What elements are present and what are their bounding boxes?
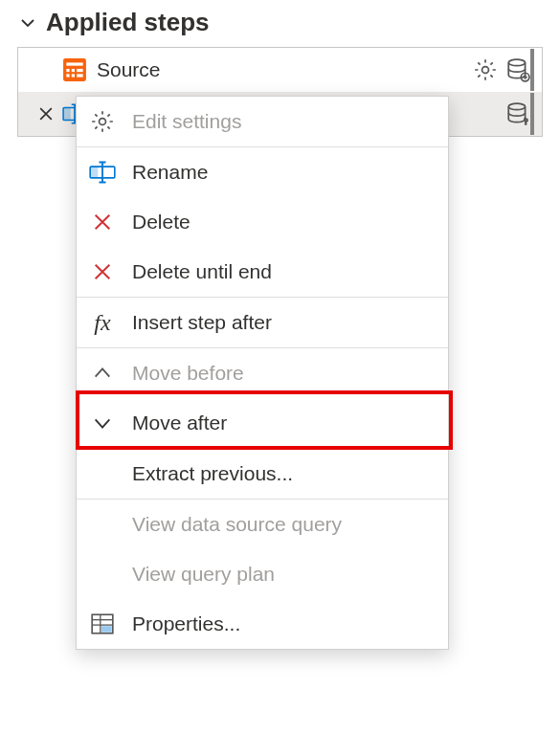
rename-icon [88,158,117,187]
svg-rect-2 [66,69,69,72]
svg-rect-4 [77,69,83,72]
svg-point-8 [482,67,489,74]
svg-rect-6 [72,74,75,77]
svg-rect-5 [66,74,69,77]
remove-step-icon[interactable] [36,104,56,123]
menu-label: Delete until end [132,260,272,283]
menu-label: Edit settings [132,110,241,133]
step-context-menu: Edit settings Rename Delete Delete u [76,96,449,650]
menu-delete[interactable]: Delete [77,197,448,247]
menu-label: View data source query [132,513,342,536]
menu-insert-step-after[interactable]: fx Insert step after [77,298,448,347]
menu-edit-settings: Edit settings [77,97,448,146]
menu-label: Properties... [132,612,240,635]
svg-rect-17 [90,167,98,178]
panel-title: Applied steps [46,8,209,37]
menu-properties[interactable]: Properties... [77,599,448,649]
applied-steps-header[interactable]: Applied steps [0,0,560,47]
fx-icon: fx [88,308,117,337]
source-icon [62,57,87,82]
gear-icon [88,107,117,136]
svg-point-13 [508,103,525,110]
menu-view-data-source-query: View data source query [77,500,448,549]
applied-steps-panel: Source [17,47,543,137]
svg-rect-7 [77,74,83,77]
close-icon [88,257,117,286]
menu-move-after[interactable]: Move after [77,398,448,448]
database-query-icon[interactable]: ? [505,101,530,126]
svg-rect-22 [101,626,112,633]
menu-rename[interactable]: Rename [77,147,448,197]
database-icon[interactable] [505,57,530,82]
svg-rect-1 [66,62,82,65]
menu-label: Move before [132,362,244,385]
step-label: Source [97,58,473,81]
menu-label: Extract previous... [132,462,293,485]
step-row-source[interactable]: Source [18,48,542,92]
menu-delete-until-end[interactable]: Delete until end [77,247,448,297]
menu-move-before: Move before [77,348,448,398]
menu-label: Insert step after [132,311,272,334]
chevron-up-icon [88,359,117,388]
chevron-down-icon [19,14,36,32]
menu-label: View query plan [132,563,275,586]
properties-icon [88,610,117,638]
menu-view-query-plan: View query plan [77,549,448,599]
close-icon [88,208,117,236]
menu-extract-previous[interactable]: Extract previous... [77,449,448,499]
menu-label: Delete [132,211,190,234]
svg-rect-3 [72,69,75,72]
menu-label: Move after [132,411,227,434]
gear-icon[interactable] [473,57,498,82]
svg-point-9 [508,59,525,65]
menu-label: Rename [132,161,208,184]
svg-text:?: ? [525,117,528,126]
svg-point-15 [100,119,106,125]
svg-rect-12 [63,108,71,121]
chevron-down-icon [88,409,117,437]
